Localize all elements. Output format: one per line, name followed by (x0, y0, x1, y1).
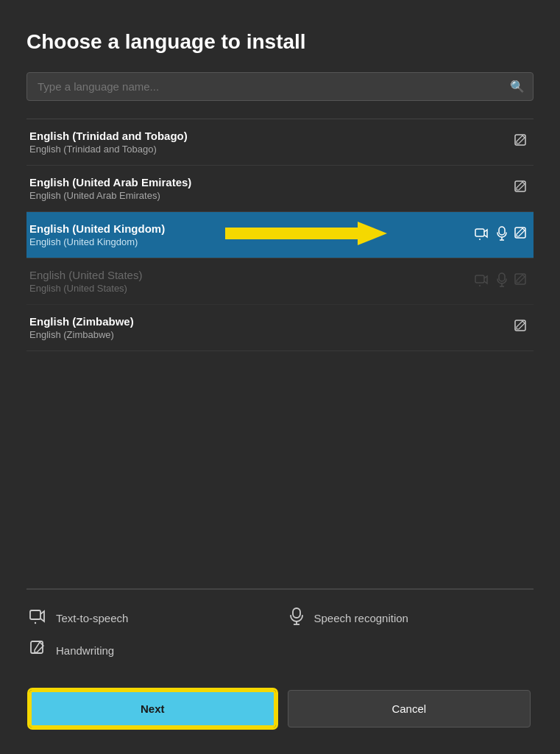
edit-icon-en-ae[interactable] (514, 180, 528, 197)
mic-icon-en-gb[interactable] (497, 226, 507, 244)
svg-rect-9 (475, 275, 484, 283)
search-icon: 🔍 (510, 80, 525, 94)
hw-feature-icon (29, 641, 47, 660)
edit-icon-en-zw[interactable] (514, 320, 528, 336)
tts-feature-icon (29, 608, 47, 628)
svg-rect-3 (475, 229, 484, 236)
next-button[interactable]: Next (29, 690, 276, 727)
edit-icon-en-tt[interactable] (514, 134, 528, 150)
lang-text-en-us: English (United States) English (United … (29, 269, 475, 294)
lang-primary-en-gb: English (United Kingdom) (29, 222, 475, 235)
svg-point-4 (479, 239, 481, 240)
tts-feature-label: Text-to-speech (56, 612, 128, 624)
svg-rect-16 (30, 610, 40, 619)
svg-rect-5 (499, 227, 505, 235)
lang-item-en-zw[interactable]: English (Zimbabwe) English (Zimbabwe) (26, 305, 534, 351)
svg-rect-11 (499, 273, 505, 281)
svg-point-17 (35, 622, 36, 624)
feature-tts: Text-to-speech (29, 607, 273, 629)
mic-icon-en-us[interactable] (497, 272, 507, 290)
lang-icons-en-ae (514, 180, 528, 197)
search-input[interactable] (26, 72, 534, 101)
lang-icons-en-zw (514, 320, 528, 336)
lang-icons-en-gb (475, 226, 528, 244)
lang-primary-en-zw: English (Zimbabwe) (29, 315, 514, 328)
sr-feature-label: Speech recognition (314, 612, 408, 624)
svg-point-10 (479, 285, 481, 286)
lang-secondary-en-us: English (United States) (29, 283, 475, 294)
feature-sr: Speech recognition (288, 607, 531, 629)
svg-rect-18 (293, 608, 300, 618)
lang-secondary-en-zw: English (Zimbabwe) (29, 329, 514, 340)
lang-text-en-tt: English (Trinidad and Tobago) English (T… (29, 130, 514, 155)
sr-feature-icon (288, 607, 305, 629)
hw-feature-label: Handwriting (56, 644, 114, 657)
lang-text-en-zw: English (Zimbabwe) English (Zimbabwe) (29, 315, 514, 340)
tts-icon-en-us[interactable] (475, 273, 489, 289)
lang-primary-en-ae: English (United Arab Emirates) (29, 176, 514, 188)
lang-item-en-gb[interactable]: English (United Kingdom) English (United… (26, 212, 534, 258)
lang-primary-en-us: English (United States) (29, 269, 475, 281)
cancel-button[interactable]: Cancel (288, 690, 531, 727)
lang-icons-en-us (475, 272, 528, 290)
page-container: Choose a language to install 🔍 English (… (0, 0, 560, 754)
lang-item-en-us[interactable]: English (United States) English (United … (26, 258, 534, 305)
search-container: 🔍 (26, 72, 534, 101)
lang-secondary-en-ae: English (United Arab Emirates) (29, 190, 514, 201)
tts-icon-en-gb[interactable] (475, 227, 489, 243)
lang-text-en-ae: English (United Arab Emirates) English (… (29, 176, 514, 201)
feature-hw: Handwriting (29, 641, 273, 660)
lang-primary-en-tt: English (Trinidad and Tobago) (29, 130, 514, 142)
features-section: Text-to-speech Speech recognition (26, 589, 534, 675)
lang-secondary-en-tt: English (Trinidad and Tobago) (29, 144, 514, 155)
edit-icon-en-gb[interactable] (514, 227, 528, 243)
features-grid: Text-to-speech Speech recognition (29, 607, 531, 660)
lang-item-en-ae[interactable]: English (United Arab Emirates) English (… (26, 166, 534, 212)
lang-icons-en-tt (514, 134, 528, 150)
page-title: Choose a language to install (26, 29, 534, 54)
lang-text-en-gb: English (United Kingdom) English (United… (29, 222, 475, 247)
language-list: English (Trinidad and Tobago) English (T… (26, 119, 534, 588)
edit-icon-en-us[interactable] (514, 273, 528, 289)
lang-item-en-tt[interactable]: English (Trinidad and Tobago) English (T… (26, 119, 534, 166)
lang-secondary-en-gb: English (United Kingdom) (29, 236, 475, 247)
bottom-buttons: Next Cancel (26, 675, 534, 754)
